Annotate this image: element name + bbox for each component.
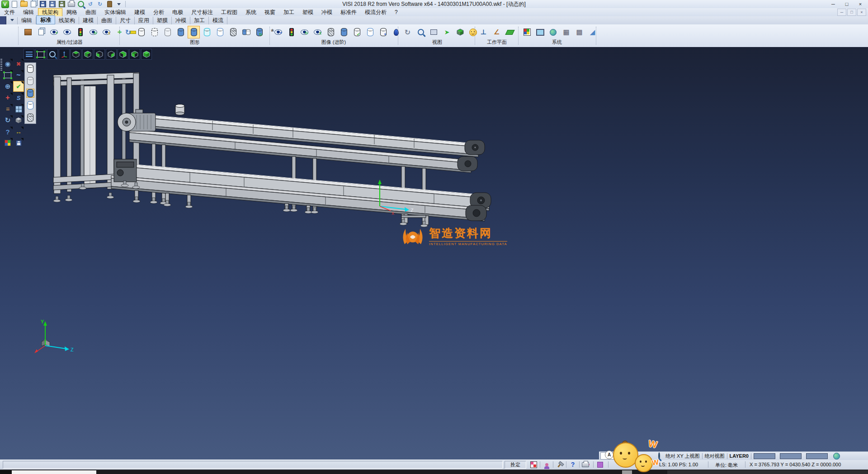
menu-die[interactable]: 冲模 bbox=[317, 8, 336, 17]
new-file-button[interactable] bbox=[10, 0, 19, 8]
menu-dimension[interactable]: 尺寸标注 bbox=[187, 8, 217, 17]
snap-settings-icon[interactable] bbox=[528, 461, 539, 468]
globe-icon[interactable] bbox=[833, 453, 840, 460]
visibility-filter-icon[interactable] bbox=[74, 26, 86, 38]
cylinder-hatched-icon[interactable] bbox=[227, 26, 239, 38]
menu-moldflow[interactable]: 模流分析 bbox=[361, 8, 391, 17]
iso-view-cube-icon[interactable] bbox=[454, 26, 466, 38]
save-button[interactable] bbox=[39, 0, 47, 8]
body-checked-icon[interactable]: ✔ bbox=[351, 26, 363, 38]
active-layer-label[interactable]: LAYER0 bbox=[730, 453, 749, 459]
color-settings-icon[interactable] bbox=[521, 26, 533, 38]
show-entities-icon[interactable]: + bbox=[48, 26, 60, 38]
body-add-icon[interactable]: + bbox=[377, 26, 389, 38]
view-refresh-icon[interactable]: ↻ bbox=[298, 26, 311, 38]
view-toggle-icon[interactable]: ± bbox=[311, 26, 324, 38]
body-hatched-icon[interactable] bbox=[325, 26, 337, 38]
child-restore-button[interactable]: □ bbox=[847, 9, 856, 16]
workplane-angle-icon[interactable]: ∠ bbox=[491, 26, 503, 38]
conveyor-model[interactable]: Z X Y Z bbox=[0, 47, 868, 460]
menu-drawing[interactable]: 工程图 bbox=[217, 8, 241, 17]
open-file-button[interactable] bbox=[20, 0, 28, 8]
globe-settings-icon[interactable] bbox=[547, 26, 559, 38]
print-status-icon[interactable]: ● bbox=[580, 461, 591, 468]
menu-window[interactable]: 视窗 bbox=[260, 8, 279, 17]
tab-moldflow[interactable]: 模流 bbox=[209, 17, 227, 24]
undo-button[interactable]: ↺ bbox=[86, 0, 94, 8]
tab-dimension[interactable]: 尺寸 bbox=[116, 17, 135, 24]
menu-edit[interactable]: 编辑 bbox=[19, 8, 38, 17]
more-commands-dropdown[interactable] bbox=[115, 0, 123, 8]
cylinder-shaded-icon[interactable] bbox=[175, 26, 187, 38]
zoom-window-icon[interactable] bbox=[415, 26, 427, 38]
tab-wireframe[interactable]: 线架构 bbox=[55, 17, 79, 24]
dynamic-view-icon[interactable]: ↻ bbox=[401, 26, 414, 38]
lock-toggle[interactable]: 拴定 bbox=[505, 461, 526, 469]
menu-file[interactable]: 文件 bbox=[0, 8, 19, 17]
tab-surface[interactable]: 曲面 bbox=[98, 17, 116, 24]
toolbar-options-dropdown[interactable] bbox=[7, 17, 18, 24]
grid-settings-icon[interactable]: ▦ bbox=[560, 26, 572, 38]
hide-entities-icon[interactable]: − bbox=[61, 26, 73, 38]
menu-standard-parts[interactable]: 标准件 bbox=[336, 8, 361, 17]
workplane-align-icon[interactable] bbox=[504, 26, 516, 38]
tab-machining[interactable]: 加工 bbox=[190, 17, 209, 24]
display-settings-icon[interactable] bbox=[534, 26, 546, 38]
attribute-eraser-icon[interactable] bbox=[22, 26, 34, 38]
refresh-filter-icon[interactable]: ↻ bbox=[87, 26, 99, 38]
tools-icon[interactable] bbox=[554, 461, 565, 468]
menu-electrode[interactable]: 电极 bbox=[168, 8, 187, 17]
coordinate-system-label[interactable]: 绝对视图 bbox=[705, 453, 725, 460]
graphics-viewport[interactable]: ◉ ✖ ~ ⊕ ✔ + S ≡ ↻ ? ↔ bbox=[0, 47, 868, 460]
redline-pen-icon[interactable]: ➤ bbox=[441, 26, 453, 38]
menu-mesh[interactable]: 网格 bbox=[62, 8, 81, 17]
menu-surface[interactable]: 曲面 bbox=[81, 8, 100, 17]
cylinder-transparent-icon[interactable] bbox=[201, 26, 213, 38]
attribute-copy-icon[interactable] bbox=[35, 26, 47, 38]
child-minimize-button[interactable]: ─ bbox=[837, 9, 846, 16]
color-swatch-3[interactable] bbox=[806, 453, 828, 459]
regen-wireframe-icon[interactable]: ↻ bbox=[122, 26, 134, 38]
body-shaded-icon[interactable] bbox=[338, 26, 350, 38]
save-as-button[interactable] bbox=[48, 0, 57, 8]
cylinder-pair-icon[interactable] bbox=[240, 26, 252, 38]
cylinder-shaded-edges-icon[interactable] bbox=[188, 26, 200, 38]
export-button[interactable] bbox=[58, 0, 66, 8]
tab-die[interactable]: 冲模 bbox=[172, 17, 190, 24]
cylinder-refresh-icon[interactable]: ↻ bbox=[253, 26, 265, 38]
user-profile-icon[interactable] bbox=[541, 461, 552, 468]
menu-modeling[interactable]: 建模 bbox=[130, 8, 149, 17]
workplane-axes-icon[interactable]: ⊥ bbox=[477, 26, 490, 38]
body-outline-icon[interactable] bbox=[364, 26, 376, 38]
tab-standard[interactable]: 标准 bbox=[36, 15, 55, 24]
menu-machining[interactable]: 加工 bbox=[279, 8, 298, 17]
tab-modeling[interactable]: 建模 bbox=[79, 17, 98, 24]
workpiece-box-icon[interactable] bbox=[594, 461, 605, 468]
color-swatch-1[interactable] bbox=[754, 453, 775, 459]
tab-edit[interactable]: 编辑 bbox=[18, 17, 36, 24]
material-pen-icon[interactable] bbox=[390, 26, 402, 38]
menu-help[interactable]: ? bbox=[391, 9, 402, 16]
cylinder-wireframe-icon[interactable] bbox=[135, 26, 147, 38]
minimize-button[interactable]: ─ bbox=[826, 0, 840, 8]
view-frame-icon[interactable] bbox=[428, 26, 440, 38]
menu-mold[interactable]: 塑模 bbox=[298, 8, 317, 17]
menu-system[interactable]: 系统 bbox=[241, 8, 260, 17]
tab-mold[interactable]: 塑膜 bbox=[153, 17, 172, 24]
cylinder-outline-blue-icon[interactable] bbox=[214, 26, 226, 38]
redo-button[interactable]: ↻ bbox=[96, 0, 104, 8]
cylinder-hidden-dashed-icon[interactable] bbox=[148, 26, 160, 38]
help-icon[interactable]: ? bbox=[567, 461, 578, 468]
color-swatch-2[interactable] bbox=[780, 453, 802, 459]
view-add-icon[interactable]: + bbox=[272, 26, 284, 38]
copy-button[interactable] bbox=[29, 0, 38, 8]
maximize-button[interactable]: □ bbox=[840, 0, 854, 8]
tab-application[interactable]: 应用 bbox=[135, 17, 153, 24]
menu-solid-edit[interactable]: 实体编辑 bbox=[100, 8, 130, 17]
print-button[interactable] bbox=[67, 0, 75, 8]
toggle-visibility-icon[interactable]: ± bbox=[100, 26, 113, 38]
cylinder-hidden-icon[interactable] bbox=[161, 26, 174, 38]
matrix-settings-icon[interactable]: ▩ bbox=[573, 26, 585, 38]
macro-button[interactable] bbox=[105, 0, 113, 8]
view-filter-lights-icon[interactable] bbox=[285, 26, 297, 38]
